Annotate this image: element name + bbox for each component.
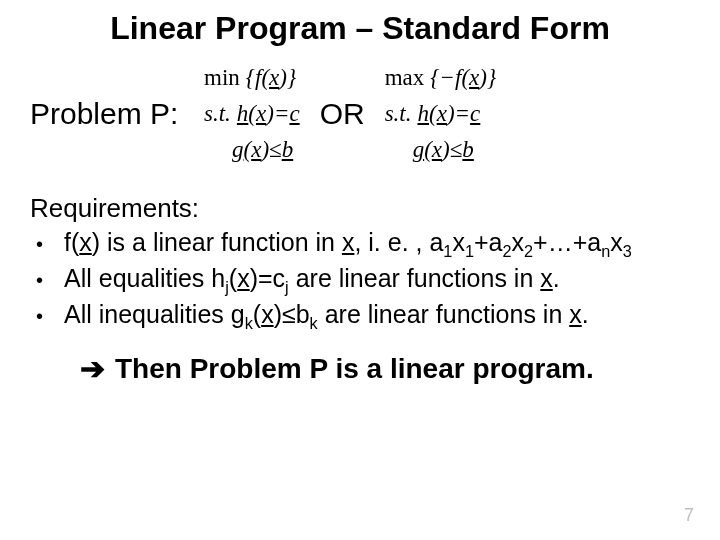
objective-min: min {f(x)} (204, 65, 296, 91)
page-number: 7 (684, 505, 694, 526)
slide-title: Linear Program – Standard Form (30, 10, 690, 47)
equality-constraint-max: s.t. h(x)=c (385, 101, 481, 127)
max-label: max (385, 65, 425, 91)
problem-definition-row: Problem P: min {f(x)} s.t. h(x)=c g(x)≤b… (30, 65, 690, 163)
min-formulation: min {f(x)} s.t. h(x)=c g(x)≤b (204, 65, 300, 163)
requirement-item: All equalities hj(x)=cj are linear funct… (36, 262, 690, 298)
min-label: min (204, 65, 240, 91)
equality-constraint-min: s.t. h(x)=c (204, 101, 300, 127)
arrow-right-icon: ➔ (80, 351, 105, 386)
max-formulation: max {−f(x)} s.t. h(x)=c g(x)≤b (385, 65, 497, 163)
st-label: s.t. (385, 101, 412, 127)
requirement-item: All inequalities gk(x)≤bk are linear fun… (36, 298, 690, 334)
conclusion: ➔ Then Problem P is a linear program. (80, 351, 690, 386)
inequality-constraint-min: g(x)≤b (204, 137, 293, 163)
or-label: OR (320, 97, 365, 131)
objective-max: max {−f(x)} (385, 65, 497, 91)
requirements-list: f(x) is a linear function in x, i. e. , … (36, 226, 690, 333)
conclusion-text: Then Problem P is a linear program. (115, 353, 594, 385)
problem-label: Problem P: (30, 97, 190, 131)
inequality-constraint-max: g(x)≤b (385, 137, 474, 163)
requirement-item: f(x) is a linear function in x, i. e. , … (36, 226, 690, 262)
requirements-heading: Requirements: (30, 193, 690, 224)
st-label: s.t. (204, 101, 231, 127)
